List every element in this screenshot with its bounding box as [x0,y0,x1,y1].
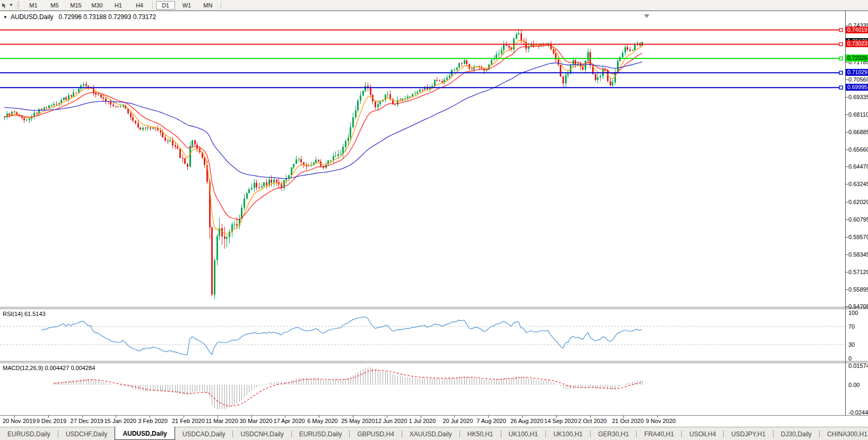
symbol-tab-gbpusd-h4[interactable]: GBPUSD,H4 [350,428,401,440]
date-axis-label: 20 Jul 2020 [442,418,473,424]
date-axis-tickmark [353,416,353,418]
symbol-tab-china300-h1[interactable]: CHINA300,H1 [820,428,868,440]
price-axis-tick: 0.60795 [848,216,868,223]
date-axis-label: 7 Aug 2020 [476,418,506,424]
date-axis-tickmark [590,416,591,418]
chart-title: ▼ AUDUSD,Daily 0.72996 0.73188 0.72993 0… [3,13,156,21]
price-axis-tickmark [845,80,848,80]
level-price-tag[interactable]: 0.72026 [846,55,868,61]
price-axis-tickmark [845,306,848,307]
date-axis-tickmark [488,416,489,418]
price-axis-tickmark [845,289,848,290]
price-axis-tick: 0.57120 [848,269,868,275]
symbol-tab-usdjpy-h1[interactable]: USDJPY,H1 [724,428,772,440]
symbol-tab-audusd-daily[interactable]: AUDUSD,Daily [115,426,175,440]
price-axis-tick: 0.69335 [848,94,868,100]
price-axis-tick: 0.55895 [848,286,868,293]
rsi-label: RSI(14) 61.5143 [3,311,46,317]
chart-menu-icon[interactable]: ▼ [3,15,7,20]
date-axis-tickmark [285,416,285,418]
date-axis-tickmark [623,416,624,418]
macd-label: MACD(12,26,9) 0.004427 0.004284 [3,365,95,371]
price-axis-tick: 0.70560 [848,76,868,83]
chart-symbol-label: AUDUSD,Daily [11,13,54,21]
medium-ma-line [4,45,642,219]
price-axis-tick: 0.59570 [848,234,868,240]
level-price-tag[interactable]: 0.71029 [846,69,868,76]
symbol-tab-ger30-h1[interactable]: GER30,H1 [591,428,636,440]
price-axis-tick: 0.64470 [848,163,868,170]
date-axis-label: 2 Oct 2020 [578,418,607,424]
price-axis-tick: 0.58345 [848,251,868,258]
date-axis-label: 12 Jun 2020 [375,418,407,424]
macd-signal-line [54,370,642,406]
level-price-tag[interactable]: 0.69995 [846,84,868,91]
price-axis-tick: 0.65660 [848,146,868,153]
rsi-axis-tick: 70 [848,323,855,330]
date-axis-tickmark [184,416,184,418]
price-axis-tickmark [845,272,848,272]
rsi-line [41,317,642,355]
price-axis-tick: 0.54705 [848,303,868,310]
price-axis-tickmark [845,132,848,133]
price-axis-tick: 0.62020 [848,199,868,205]
symbol-tab-uk100-h1[interactable]: UK100,H1 [546,428,590,440]
date-axis-label: 1 Jul 2020 [409,418,436,424]
symbol-tab-usdchf-daily[interactable]: USDCHF,Daily [58,428,115,440]
date-axis-tickmark [82,416,83,418]
date-axis-tickmark [218,416,218,418]
date-axis-tickmark [556,416,557,418]
date-axis-label: 6 May 2020 [307,418,337,424]
date-axis-label: 21 Feb 2020 [172,418,205,424]
date-axis-label: 21 Oct 2020 [612,418,644,424]
chart-shift-marker[interactable] [644,14,649,18]
symbol-tab-hk50-h1[interactable]: HK50,H1 [460,428,501,440]
date-axis-label: 3 Feb 2020 [138,418,168,424]
price-axis-tickmark [845,97,848,98]
mt4-window: ▼ M1M5M15M30H1H4D1W1MN ▼ AUDUSD,Daily 0.… [0,0,868,440]
symbol-tab-uk100-h1[interactable]: UK100,H1 [501,428,545,440]
rsi-axis-tick: 100 [848,310,858,316]
date-axis-label: 11 Mar 2020 [206,418,238,424]
date-axis-label: 9 Dec 2019 [37,418,66,424]
date-axis-label: 15 Jan 2020 [104,418,136,424]
date-axis-tickmark [48,416,49,418]
symbol-tab-usoil-h4[interactable]: USOil,H4 [682,428,723,440]
symbol-tab-fra40-h1[interactable]: FRA40,H1 [637,428,681,440]
date-axis-label: 30 Mar 2020 [240,418,273,424]
date-axis-tickmark [251,416,252,418]
macd-axis-tick: 0.015741 [848,363,868,369]
date-axis-tickmark [657,416,658,418]
date-axis-label: 20 Nov 2019 [3,418,36,424]
level-price-tag[interactable]: 0.74019 [846,27,868,33]
symbol-tab-xauusd-daily[interactable]: XAUUSD,Daily [402,428,459,440]
date-axis-label: 9 Nov 2020 [646,418,675,424]
chart-ohlc-values: 0.72996 0.73188 0.72993 0.73172 [59,13,157,21]
macd-axis-tick: 0.00 [848,382,860,388]
price-axis-tick: 0.68110 [848,111,868,118]
symbol-tab-usdcad-daily[interactable]: USDCAD,Daily [175,428,233,440]
symbol-tab-eurusd-daily[interactable]: EURUSD,Daily [0,428,58,440]
fast-ma-line [4,40,642,234]
rsi-axis-tick: 0 [848,355,852,362]
date-axis-tickmark [387,416,387,418]
date-axis-label: 14 Sep 2020 [544,418,577,424]
price-axis-tickmark [845,184,848,184]
symbol-tab-eurusd-daily[interactable]: EURUSD,Daily [292,428,350,440]
date-axis-label: 26 Aug 2020 [510,418,543,424]
symbol-tab-usdcnh-daily[interactable]: USDCNH,Daily [233,428,291,440]
price-axis-tickmark [845,219,848,220]
macd-axis-tick: -0.024412 [848,409,868,416]
level-price-tag[interactable]: 0.73023 [846,40,868,47]
price-axis-tick: 0.66885 [848,129,868,135]
date-axis-tickmark [522,416,523,418]
price-axis-tickmark [845,166,848,167]
date-axis-label: 17 Apr 2020 [273,418,305,424]
price-axis-tickmark [845,254,848,255]
chart-canvas[interactable] [0,0,868,440]
symbol-tab-dj30-daily[interactable]: DJ30,Daily [774,428,819,440]
slow-ma-line [4,62,642,179]
price-axis-tickmark [845,115,848,115]
date-axis-label: 25 May 2020 [341,418,375,424]
rsi-axis-tick: 30 [848,341,855,348]
